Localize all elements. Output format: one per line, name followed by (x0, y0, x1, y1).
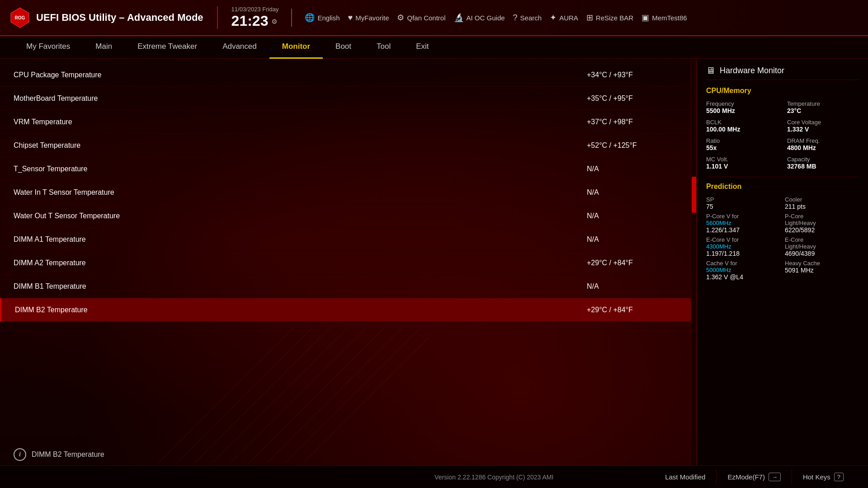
nav-advanced[interactable]: Advanced (210, 36, 269, 59)
tool-memtest[interactable]: ▣ MemTest86 (642, 13, 687, 23)
prediction-grid: SP 75 Cooler 211 pts P-Core V for 5600MH… (706, 196, 859, 281)
tool-myfavorite[interactable]: ♥ MyFavorite (348, 13, 389, 23)
header-tools-separator (291, 9, 292, 27)
row-label-dimmb1-temp: DIMM B1 Temperature (14, 282, 587, 291)
ecore-lh-value: 4690/4389 (785, 250, 859, 257)
tool-aioc[interactable]: 🔬 AI OC Guide (454, 13, 505, 23)
heavy-cache-cell: Heavy Cache 5091 MHz (785, 260, 859, 281)
memtest-icon: ▣ (642, 13, 649, 23)
footer: Version 2.22.1286 Copyright (C) 2023 AMI… (0, 465, 868, 488)
nav-extreme-tweaker[interactable]: Extreme Tweaker (125, 36, 210, 59)
scrollbar-thumb[interactable] (692, 177, 696, 213)
row-label-dimma2-temp: DIMM A2 Temperature (14, 259, 587, 267)
ez-mode-button[interactable]: EzMode(F7) → (716, 469, 792, 485)
qfan-label: Qfan Control (407, 14, 445, 22)
core-voltage-label: Core Voltage (787, 119, 859, 126)
pcore-lh-value: 6220/5892 (785, 226, 859, 234)
cooler-value: 211 pts (785, 203, 859, 210)
ratio-value: 55x (706, 144, 778, 151)
row-value-dimmb1-temp: N/A (587, 282, 677, 291)
table-row[interactable]: Water In T Sensor Temperature N/A (0, 181, 691, 204)
nav-tool[interactable]: Tool (364, 36, 403, 59)
table-row-selected[interactable]: DIMM B2 Temperature +29°C / +84°F (0, 298, 691, 322)
logo-area: ROG UEFI BIOS Utility – Advanced Mode (9, 7, 203, 28)
pcore-v-cell: P-Core V for 5600MHz 1.226/1.347 (706, 213, 780, 234)
myfavorite-label: MyFavorite (355, 14, 389, 22)
frequency-value: 5500 MHz (706, 107, 778, 114)
nav-exit[interactable]: Exit (403, 36, 441, 59)
row-label-mb-temp: MotherBoard Temperature (14, 94, 587, 103)
row-label-water-in-temp: Water In T Sensor Temperature (14, 188, 587, 197)
table-row[interactable]: Water Out T Sensor Temperature N/A (0, 204, 691, 228)
ez-mode-key-icon: → (769, 473, 781, 481)
last-modified-label: Last Modified (665, 473, 705, 481)
header-tools: 🌐 English ♥ MyFavorite ⚙ Qfan Control 🔬 … (305, 13, 687, 23)
table-row[interactable]: CPU Package Temperature +34°C / +93°F (0, 63, 691, 87)
core-voltage-value: 1.332 V (787, 126, 859, 133)
resizebar-label: ReSize BAR (596, 14, 633, 22)
nav-my-favorites[interactable]: My Favorites (14, 36, 83, 59)
table-row[interactable]: T_Sensor Temperature N/A (0, 157, 691, 181)
table-row[interactable]: DIMM A1 Temperature N/A (0, 228, 691, 251)
temperature-value: 23°C (787, 107, 859, 114)
dram-freq-cell: DRAM Freq. 4800 MHz (787, 137, 859, 151)
table-row[interactable]: MotherBoard Temperature +35°C / +95°F (0, 87, 691, 110)
row-value-cpu-pkg: +34°C / +93°F (587, 71, 677, 79)
row-value-vrm-temp: +37°C / +98°F (587, 118, 677, 126)
resizebar-icon: ⊞ (586, 13, 593, 23)
mc-volt-value: 1.101 V (706, 163, 778, 170)
qfan-icon: ⚙ (397, 13, 404, 23)
row-value-water-in-temp: N/A (587, 188, 677, 197)
bclk-value: 100.00 MHz (706, 126, 778, 133)
ratio-cell: Ratio 55x (706, 137, 778, 151)
nav-main[interactable]: Main (83, 36, 125, 59)
row-label-tsensor-temp: T_Sensor Temperature (14, 165, 587, 173)
row-value-tsensor-temp: N/A (587, 165, 677, 173)
datetime-area: 11/03/2023 Friday 21:23 ⚙ (231, 6, 279, 29)
svg-text:ROG: ROG (15, 15, 25, 20)
last-modified-button[interactable]: Last Modified (654, 469, 716, 484)
table-row[interactable]: Chipset Temperature +52°C / +125°F (0, 134, 691, 157)
row-label-cpu-pkg: CPU Package Temperature (14, 71, 587, 79)
hw-monitor-title: 🖥 Hardware Monitor (706, 66, 859, 80)
cache-v-cell: Cache V for 5000MHz 1.362 V @L4 (706, 260, 780, 281)
frequency-cell: Frequency 5500 MHz (706, 100, 778, 114)
sp-value: 75 (706, 203, 780, 210)
capacity-value: 32768 MB (787, 163, 859, 170)
settings-icon[interactable]: ⚙ (272, 16, 277, 26)
tool-aura[interactable]: ✦ AURA (550, 13, 578, 23)
table-row[interactable]: VRM Temperature +37°C / +98°F (0, 110, 691, 134)
tool-resizebar[interactable]: ⊞ ReSize BAR (586, 13, 633, 23)
footer-version: Version 2.22.1286 Copyright (C) 2023 AMI (334, 474, 655, 481)
ecore-v-value: 1.197/1.218 (706, 250, 780, 257)
footer-actions: Last Modified EzMode(F7) → Hot Keys ? (654, 469, 854, 485)
ez-mode-label: EzMode(F7) (727, 473, 765, 481)
sp-cell: SP 75 (706, 196, 780, 210)
table-row[interactable]: DIMM B1 Temperature N/A (0, 275, 691, 298)
sp-label: SP (706, 196, 780, 203)
nav-boot[interactable]: Boot (323, 36, 364, 59)
frequency-label: Frequency (706, 100, 778, 107)
table-row[interactable]: DIMM A2 Temperature +29°C / +84°F (0, 251, 691, 275)
row-value-dimmb2-temp: +29°C / +84°F (587, 306, 677, 314)
time-display: 21:23 (231, 13, 269, 29)
row-label-water-out-temp: Water Out T Sensor Temperature (14, 212, 587, 220)
row-value-chipset-temp: +52°C / +125°F (587, 141, 677, 150)
core-voltage-cell: Core Voltage 1.332 V (787, 119, 859, 133)
scrollbar-track[interactable] (691, 59, 696, 465)
ratio-label: Ratio (706, 137, 778, 144)
english-icon: 🌐 (305, 13, 315, 23)
ecore-v-label: E-Core V for 4300MHz (706, 236, 780, 250)
heavy-cache-label: Heavy Cache (785, 260, 859, 267)
tool-qfan[interactable]: ⚙ Qfan Control (397, 13, 445, 23)
hot-keys-button[interactable]: Hot Keys ? (792, 469, 854, 485)
nav-monitor[interactable]: Monitor (269, 36, 323, 59)
ecore-v-cell: E-Core V for 4300MHz 1.197/1.218 (706, 236, 780, 257)
memtest-label: MemTest86 (652, 14, 687, 22)
row-value-water-out-temp: N/A (587, 212, 677, 220)
tool-search[interactable]: ? Search (513, 13, 542, 23)
hot-keys-label: Hot Keys (803, 473, 830, 481)
temperature-cell: Temperature 23°C (787, 100, 859, 114)
tool-english[interactable]: 🌐 English (305, 13, 340, 23)
row-label-vrm-temp: VRM Temperature (14, 118, 587, 126)
